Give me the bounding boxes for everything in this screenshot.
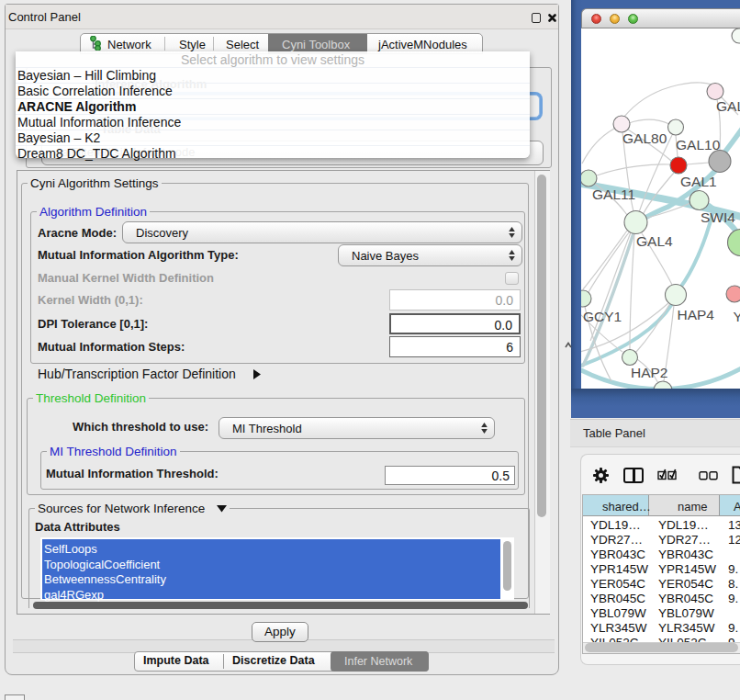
svg-text:HAP4: HAP4 xyxy=(678,307,715,322)
svg-text:Y: Y xyxy=(734,309,740,324)
svg-text:GAL1: GAL1 xyxy=(680,174,717,189)
svg-text:HAP2: HAP2 xyxy=(631,365,668,380)
svg-text:GCY1: GCY1 xyxy=(583,309,622,324)
svg-text:GAL4: GAL4 xyxy=(636,233,673,249)
svg-text:GAL80: GAL80 xyxy=(622,130,667,146)
svg-text:SWI4: SWI4 xyxy=(701,209,735,225)
svg-text:GAL10: GAL10 xyxy=(676,137,721,152)
svg-text:GAL11: GAL11 xyxy=(592,186,635,202)
svg-text:GAL: GAL xyxy=(716,98,740,114)
